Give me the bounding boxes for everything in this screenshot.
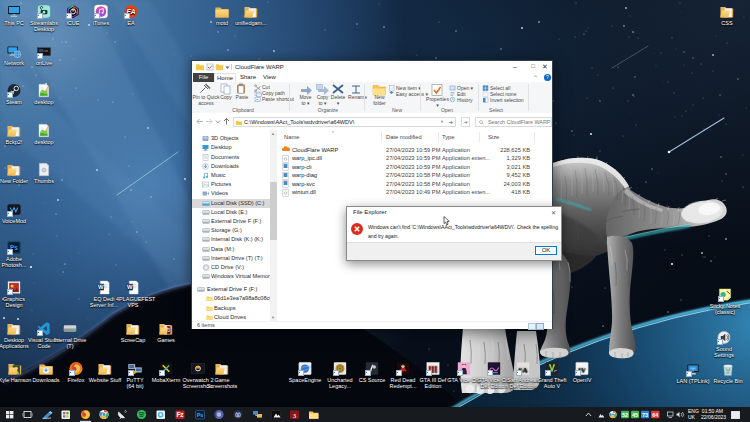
svg-text:73: 73	[642, 412, 648, 418]
svg-text:3: 3	[293, 412, 297, 420]
svg-text:Fz: Fz	[176, 411, 184, 418]
svg-text:52: 52	[622, 412, 628, 418]
svg-text:64: 64	[652, 412, 659, 418]
svg-text:45: 45	[632, 412, 638, 418]
svg-text:Ps: Ps	[197, 412, 204, 418]
